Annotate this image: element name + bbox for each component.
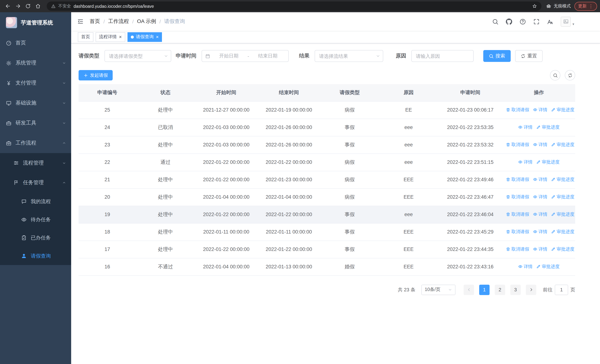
cancel-leave-link[interactable]: 取消请假 [506,142,529,148]
url-text[interactable]: dashboard.yudao.iocoder.cn/bpm/oa/leave [74,4,154,8]
page-size-select[interactable]: 10条/页 [421,284,455,295]
question-icon[interactable] [520,18,526,25]
browser-back-icon[interactable] [3,1,13,11]
detail-link[interactable]: 详情 [518,124,533,131]
sidebar-item-leave-query[interactable]: 请假查询 [0,247,71,265]
cancel-leave-link[interactable]: 取消请假 [506,107,529,113]
next-page-button[interactable] [526,284,536,295]
sidebar-item-system-management[interactable]: 系统管理 [0,53,71,73]
page-jump-input[interactable] [555,284,568,295]
security-warning-icon[interactable] [51,4,56,8]
approval-progress-link[interactable]: 审批进度 [551,177,574,183]
eye-icon [518,264,523,269]
sidebar-item-process-management[interactable]: 流程管理 [0,153,71,173]
update-browser-button[interactable]: 更新 ⋮ [574,2,597,10]
approval-progress-link[interactable]: 审批进度 [536,159,560,165]
detail-link[interactable]: 详情 [533,229,547,235]
sidebar-item-task-management[interactable]: 任务管理 [0,173,71,192]
prev-page-button[interactable] [464,284,474,295]
detail-link[interactable]: 详情 [533,194,547,200]
bookmark-star-icon[interactable] [532,4,537,9]
cell-start_time: 2022-01-22 00:00:00 [195,171,258,188]
detail-link[interactable]: 详情 [518,159,533,165]
tab-home[interactable]: 首页 [78,32,94,42]
apply-time-range-picker[interactable]: 开始日期 - 结束日期 [202,50,289,62]
create-leave-button[interactable]: 发起请假 [79,70,113,80]
page-button-2[interactable]: 2 [495,284,505,295]
toggle-search-button[interactable] [550,70,560,80]
cancel-leave-link[interactable]: 取消请假 [506,194,529,200]
result-select[interactable] [315,50,383,62]
approval-progress-link[interactable]: 审批进度 [536,124,560,131]
sidebar: 芋道管理系统 首页系统管理支付管理基础设施研发工具工作流程流程管理任务管理我的流… [0,12,71,364]
search-icon [489,54,494,58]
browser-menu-icon[interactable]: ⋮ [589,3,593,9]
browser-forward-icon[interactable] [13,1,23,11]
detail-link[interactable]: 详情 [533,246,547,252]
sidebar-item-done-tasks[interactable]: 已办任务 [0,229,71,247]
approval-progress-link[interactable]: 审批进度 [551,229,574,235]
github-icon[interactable] [506,18,512,25]
detail-link[interactable]: 详情 [518,263,533,270]
search-icon[interactable] [492,18,498,25]
approval-progress-link[interactable]: 审批进度 [551,142,574,148]
cancel-leave-link[interactable]: 取消请假 [506,211,529,218]
sidebar-item-dev-tools[interactable]: 研发工具 [0,113,71,133]
fullscreen-icon[interactable] [533,18,540,25]
cell-apply_time: 2022-01-22 23:51:15 [438,153,503,171]
detail-link[interactable]: 详情 [533,211,547,218]
monitor-icon [6,100,11,106]
reason-input[interactable] [411,50,474,62]
sidebar-item-workflow[interactable]: 工作流程 [0,133,71,153]
page-button-1[interactable]: 1 [479,284,489,295]
edit-icon [536,125,541,130]
toolbox-icon [6,120,11,126]
leave-type-select[interactable] [104,50,171,62]
leave-type-select-input[interactable] [104,50,171,62]
edit-icon [551,247,555,252]
detail-link[interactable]: 详情 [533,107,547,113]
cell-status: 处理中 [136,241,195,258]
table-tools [550,70,575,80]
eye-icon [518,125,523,130]
close-tab-icon[interactable]: × [119,35,122,39]
approval-progress-link[interactable]: 审批进度 [551,211,574,218]
chevron-down-icon [62,61,66,65]
approval-progress-link[interactable]: 审批进度 [551,246,574,252]
detail-link[interactable]: 详情 [533,142,547,148]
refresh-table-button[interactable] [565,70,575,80]
sidebar-item-home[interactable]: 首页 [0,33,71,53]
breadcrumb-item[interactable]: OA 示例 [137,18,156,25]
sidebar-item-my-process[interactable]: 我的流程 [0,192,71,211]
user-avatar[interactable]: ▼ [561,17,575,27]
table-row: 18处理中2022-01-11 00:00:002022-01-11 00:00… [79,223,575,241]
sidebar-item-infrastructure[interactable]: 基础设施 [0,93,71,113]
result-select-input[interactable] [315,50,383,62]
detail-link[interactable]: 详情 [533,177,547,183]
sidebar-item-todo-tasks[interactable]: 待办任务 [0,211,71,229]
cancel-leave-link[interactable]: 取消请假 [506,229,529,235]
browser-home-icon[interactable] [33,1,43,11]
approval-progress-link[interactable]: 审批进度 [551,194,574,200]
browser-reload-icon[interactable] [23,1,33,11]
approval-progress-link[interactable]: 审批进度 [551,107,574,113]
breadcrumb-separator: / [159,19,161,24]
cell-apply_time: 2022-01-23 00:06:17 [438,101,503,119]
reason-field[interactable] [411,50,474,62]
logo[interactable]: 芋道管理系统 [0,12,71,33]
address-bar[interactable]: 不安全 dashboard.yudao.iocoder.cn/bpm/oa/le… [47,1,542,11]
sidebar-item-payment-management[interactable]: 支付管理 [0,73,71,93]
tab-process-detail[interactable]: 流程详情× [96,32,125,42]
breadcrumb-item[interactable]: 首页 [90,18,100,25]
page-button-3[interactable]: 3 [510,284,521,295]
approval-progress-link[interactable]: 审批进度 [536,263,560,270]
breadcrumb-item[interactable]: 工作流程 [108,18,129,25]
cancel-leave-link[interactable]: 取消请假 [506,177,529,183]
collapse-sidebar-icon[interactable] [77,18,84,25]
reset-button[interactable]: 重置 [515,50,543,62]
cancel-leave-link[interactable]: 取消请假 [506,246,529,252]
search-button[interactable]: 搜索 [483,50,511,62]
font-size-icon[interactable] [547,18,553,25]
tab-leave-query[interactable]: 请假查询× [127,32,162,42]
close-tab-icon[interactable]: × [156,35,159,39]
